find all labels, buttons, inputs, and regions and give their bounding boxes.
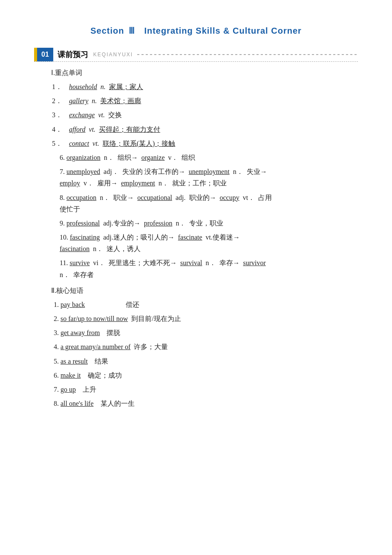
phrase-5: 5. as a result 结果 — [38, 356, 358, 367]
phrase-4: 4. a great many/a number of 许多；大量 — [38, 341, 358, 353]
section-cn-title: 课前预习 — [58, 49, 88, 60]
vocab-item-4: 4． afford vt. 买得起；有能力支付 — [38, 124, 358, 135]
phrase-6: 6. make it 确定；成功 — [38, 370, 358, 381]
phrase-3: 3. get away from 摆脱 — [38, 327, 358, 338]
vocab-item-3: 3． exchange vt. 交换 — [38, 109, 358, 121]
vocab-item-9: 9. professional adj.专业的→ profession n． 专… — [38, 217, 358, 229]
vocab-item-1: 1． household n. 家属；家人 — [38, 81, 358, 92]
phrase-7: 7. go up 上升 — [38, 384, 358, 395]
badge: 01 — [34, 48, 53, 61]
section-01-header: 01 课前预习 KEQIANYUXI — [34, 48, 358, 62]
roman-numeral: Ⅲ — [129, 26, 135, 35]
vocab-item-2: 2． gallery n. 美术馆；画廊 — [38, 95, 358, 107]
vocab-item-10: 10. fascinating adj.迷人的；吸引人的→ fascinate … — [38, 231, 358, 254]
part2-title: Ⅱ.核心短语 — [38, 286, 358, 295]
section-en-title: KEQIANYUXI — [93, 52, 133, 58]
vocab-item-6: 6. organization n． 组织→ organize v． 组织 — [38, 152, 358, 163]
vocab-item-8: 8. occupation n． 职业→ occupational adj. 职… — [38, 192, 358, 215]
phrase-1: 1. pay back 偿还 — [38, 299, 358, 310]
part1-title: Ⅰ.重点单词 — [38, 69, 358, 78]
badge-yellow-stripe — [34, 48, 37, 61]
content-area: Ⅰ.重点单词 1． household n. 家属；家人 2． gallery … — [34, 69, 358, 409]
vocab-item-11: 11. survive vi． 死里逃生；大难不死→ survival n． 幸… — [38, 257, 358, 280]
vocab-item-5: 5． contact vt. 联络；联系(某人)；接触 — [38, 138, 358, 149]
phrase-8: 8. all one's life 某人的一生 — [38, 398, 358, 409]
vocab-item-7: 7. unemployed adj． 失业的 没有工作的→ unemployme… — [38, 166, 358, 189]
badge-number: 01 — [37, 48, 53, 61]
subtitle: Integrating Skills & Cultural Corner — [144, 26, 301, 35]
section-label: Section — [90, 26, 124, 35]
page-title: Section Ⅲ Integrating Skills & Cultural … — [34, 26, 358, 36]
phrase-2: 2. so far/up to now/till now 到目前/现在为止 — [38, 313, 358, 324]
section-divider — [137, 54, 358, 55]
